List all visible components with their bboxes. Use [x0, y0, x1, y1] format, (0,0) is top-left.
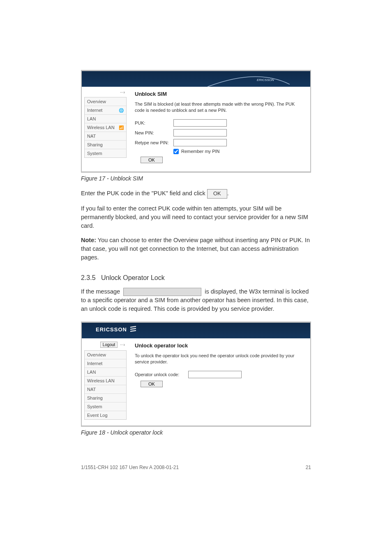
new-pin-label: New PIN:: [135, 130, 173, 135]
sidebar-item-wireless-lan[interactable]: Wireless LAN: [85, 376, 126, 385]
sidebar-item-label: Overview: [87, 99, 106, 104]
breadcrumb-arrow-icon: ···›: [120, 342, 125, 347]
sidebar-item-label: Internet: [87, 108, 102, 113]
sidebar-item-label: LAN: [87, 116, 96, 121]
brand-small: ERICSSON: [257, 78, 274, 82]
app-window-unblock-sim: ERICSSON ···› OverviewInternet🌐LANWirele…: [81, 70, 311, 173]
page-footer: 1/1551-CRH 102 167 Uen Rev A 2008-01-21 …: [81, 465, 311, 470]
sidebar-item-overview[interactable]: Overview: [85, 97, 126, 106]
sidebar-top-2: Logout ···›: [84, 342, 127, 348]
globe-icon: 🌐: [119, 108, 124, 113]
sidebar-item-overview[interactable]: Overview: [85, 351, 126, 359]
nav-list-2: OverviewInternetLANWireless LANNATSharin…: [84, 350, 127, 420]
sidebar-item-sharing[interactable]: Sharing: [85, 140, 126, 149]
section-heading: 2.3.5 Unlock Operator Lock: [81, 274, 311, 282]
sidebar-item-label: System: [87, 151, 102, 156]
breadcrumb-arrow-icon: ···›: [120, 90, 125, 95]
footer-right: 21: [306, 465, 311, 470]
sidebar-item-lan[interactable]: LAN: [85, 114, 126, 123]
figure-caption-18: Figure 18 - Unlock operator lock: [81, 429, 311, 436]
puk-input[interactable]: [173, 119, 227, 127]
operator-code-input[interactable]: [188, 371, 242, 378]
app-header: ERICSSON: [82, 71, 310, 87]
sidebar-item-label: Wireless LAN: [87, 125, 115, 130]
ericsson-stripes-icon: [129, 326, 137, 333]
sidebar-item-system[interactable]: System: [85, 149, 126, 157]
sidebar-item-system[interactable]: System: [85, 402, 126, 411]
sidebar-item-label: Wireless LAN: [87, 378, 115, 383]
ok-button[interactable]: OK: [141, 157, 163, 163]
sidebar-item-event-log[interactable]: Event Log: [85, 411, 126, 419]
nav-list: OverviewInternet🌐LANWireless LAN📶NATShar…: [84, 97, 127, 158]
sidebar-item-nat[interactable]: NAT: [85, 385, 126, 393]
svg-line-1: [130, 328, 136, 329]
wifi-icon: 📶: [119, 125, 124, 130]
help-text: The SIM is blocked (at least three attem…: [135, 101, 304, 113]
operator-code-label: Operator unlock code:: [135, 372, 188, 377]
app-header-2: ERICSSON: [82, 323, 310, 338]
sidebar-item-label: NAT: [87, 134, 96, 139]
sidebar-item-label: Sharing: [87, 142, 103, 147]
sidebar-item-label: Internet: [87, 361, 102, 366]
sidebar-top: ···›: [84, 90, 127, 95]
sidebar-item-label: Sharing: [87, 395, 103, 400]
sidebar-2: Logout ···› OverviewInternetLANWireless …: [82, 338, 129, 426]
page-title-2: Unlock operator lock: [135, 342, 304, 349]
sidebar-item-label: LAN: [87, 370, 96, 375]
main-panel-2: Unlock operator lock To unlock the opera…: [129, 338, 310, 426]
note-paragraph: Note: You can choose to enter the Overvi…: [81, 236, 311, 262]
sidebar-item-internet[interactable]: Internet🌐: [85, 106, 126, 114]
sidebar-item-label: Event Log: [87, 413, 108, 418]
body-paragraph: Enter the PUK code in the "PUK" field an…: [81, 189, 311, 199]
svg-line-0: [130, 326, 136, 327]
note-label: Note:: [81, 237, 96, 243]
sidebar-item-wireless-lan[interactable]: Wireless LAN📶: [85, 123, 126, 132]
sidebar-item-lan[interactable]: LAN: [85, 368, 126, 376]
note-text: You can choose to enter the Overview pag…: [81, 237, 310, 261]
main-panel: Unblock SIM The SIM is blocked (at least…: [129, 87, 310, 171]
operator-paragraph: If the message is displayed, the W3x ter…: [81, 287, 311, 313]
header-curve-graphic: ERICSSON: [208, 72, 290, 87]
logout-button[interactable]: Logout: [100, 342, 118, 348]
sidebar-item-nat[interactable]: NAT: [85, 132, 126, 140]
sidebar: ···› OverviewInternet🌐LANWireless LAN📶NA…: [82, 87, 129, 171]
help-text-2: To unlock the operator lock you need the…: [135, 353, 304, 365]
sidebar-item-label: Overview: [87, 352, 106, 357]
inline-ok-button: OK: [207, 189, 227, 199]
sidebar-item-label: NAT: [87, 387, 96, 392]
new-pin-input[interactable]: [173, 129, 227, 136]
page-title: Unblock SIM: [135, 91, 304, 97]
app-window-unlock-operator: ERICSSON Logout ···› OverviewInternetLAN…: [81, 321, 311, 427]
sidebar-item-sharing[interactable]: Sharing: [85, 393, 126, 402]
sidebar-item-label: System: [87, 404, 102, 409]
footer-left: 1/1551-CRH 102 167 Uen Rev A 2008-01-21: [81, 465, 179, 470]
sidebar-item-internet[interactable]: Internet: [85, 359, 126, 368]
svg-line-2: [130, 331, 136, 331]
remember-pin-label: Remember my PIN: [181, 149, 220, 154]
retype-pin-input[interactable]: [173, 139, 227, 146]
remember-pin-checkbox[interactable]: [173, 149, 179, 154]
retype-pin-label: Retype new PIN:: [135, 140, 173, 145]
brand-logo: ERICSSON: [96, 326, 137, 333]
inline-message-box: [123, 288, 201, 296]
puk-label: PUK:: [135, 120, 173, 125]
figure-caption-17: Figure 17 - Unblock SIM: [81, 175, 311, 182]
body-paragraph-2: If you fail to enter the correct PUK cod…: [81, 204, 311, 230]
ok-button-2[interactable]: OK: [141, 381, 163, 387]
